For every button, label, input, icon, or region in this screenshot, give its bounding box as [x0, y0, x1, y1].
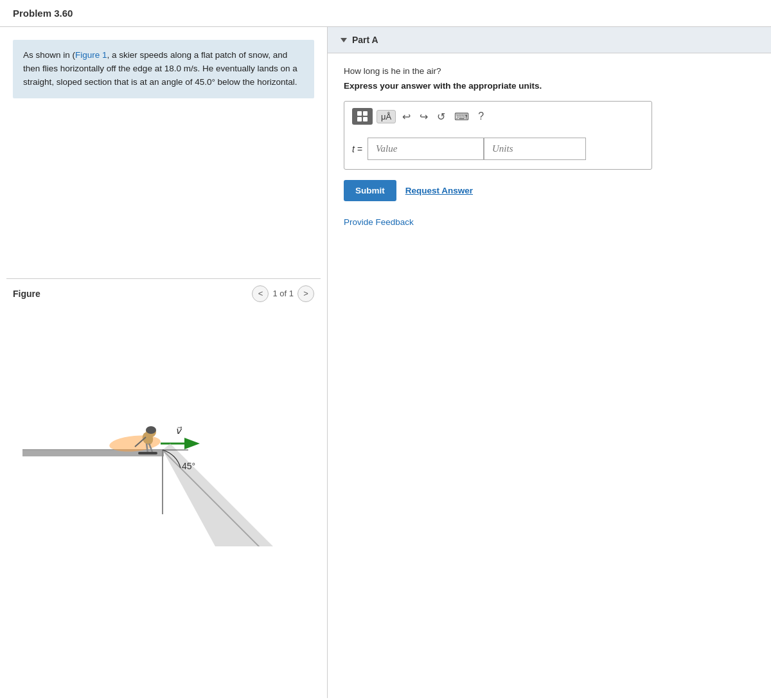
undo-button[interactable]: ↩ [400, 109, 413, 124]
redo-button[interactable]: ↪ [417, 109, 430, 124]
instruction-text: Express your answer with the appropriate… [344, 81, 755, 91]
mu-button[interactable]: μÅ [377, 110, 396, 123]
units-input[interactable] [483, 138, 586, 160]
question-text: How long is he in the air? [344, 66, 755, 76]
figure-link[interactable]: Figure 1 [75, 50, 107, 60]
left-panel: As shown in (Figure 1, a skier speeds al… [0, 27, 328, 698]
problem-text-intro: As shown in ( [23, 50, 75, 60]
answer-box: μÅ ↩ ↪ ↺ ⌨ ? t = [344, 101, 652, 170]
answer-toolbar: μÅ ↩ ↪ ↺ ⌨ ? [352, 108, 644, 130]
value-input[interactable] [368, 138, 483, 160]
refresh-button[interactable]: ↺ [434, 109, 448, 124]
part-a-content: How long is he in the air? Express your … [328, 53, 771, 240]
grid-icon[interactable] [352, 108, 373, 125]
part-a-header: Part A [328, 27, 771, 53]
help-button[interactable]: ? [475, 109, 486, 123]
figure-image-area: v⃗ 45° [6, 309, 321, 559]
collapse-chevron-icon[interactable] [341, 38, 347, 42]
provide-feedback-link[interactable]: Provide Feedback [344, 217, 414, 227]
input-label: t = [352, 144, 362, 154]
part-label: Part A [352, 35, 378, 45]
figure-nav: < 1 of 1 > [252, 285, 314, 302]
page-indicator: 1 of 1 [272, 289, 294, 298]
right-panel: Part A How long is he in the air? Expres… [328, 27, 771, 698]
svg-rect-10 [138, 452, 157, 454]
request-answer-button[interactable]: Request Answer [405, 186, 473, 195]
svg-point-6 [146, 426, 156, 434]
figure-prev-button[interactable]: < [252, 285, 269, 302]
input-row: t = [352, 138, 644, 160]
figure-header: Figure < 1 of 1 > [6, 278, 321, 309]
keyboard-button[interactable]: ⌨ [452, 109, 472, 124]
figure-label: Figure [13, 289, 245, 299]
submit-button[interactable]: Submit [344, 180, 396, 201]
problem-text-box: As shown in (Figure 1, a skier speeds al… [13, 40, 314, 98]
action-row: Submit Request Answer [344, 180, 755, 201]
svg-text:45°: 45° [182, 461, 195, 471]
figure-section: Figure < 1 of 1 > [0, 278, 327, 559]
figure-svg: v⃗ 45° [22, 315, 305, 546]
problem-title: Problem 3.60 [0, 0, 771, 27]
figure-next-button[interactable]: > [297, 285, 314, 302]
